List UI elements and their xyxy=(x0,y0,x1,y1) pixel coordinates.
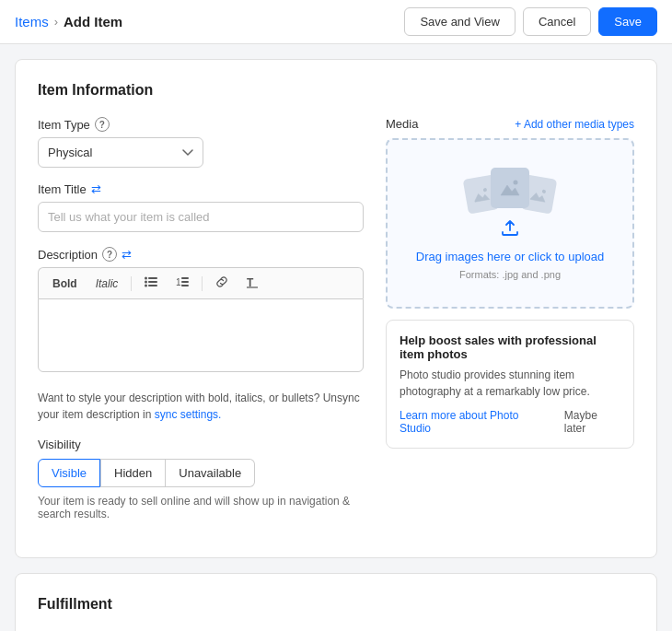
photo-studio-maybe-later[interactable]: Maybe later xyxy=(564,409,620,435)
item-info-left: Item Type ? Physical Digital Service xyxy=(38,117,364,535)
photo-studio-card: Help boost sales with professional item … xyxy=(386,320,634,449)
media-stack-imgs xyxy=(465,168,555,208)
stack-img-front xyxy=(491,168,529,208)
item-title-label: Item Title ⇄ xyxy=(38,182,364,196)
svg-rect-1 xyxy=(148,277,157,279)
fulfillment-title: Fulfillment xyxy=(38,596,634,613)
media-label: Media xyxy=(386,117,418,131)
toolbar-bold-btn[interactable]: Bold xyxy=(44,274,86,294)
breadcrumb-current: Add Item xyxy=(64,14,122,29)
photo-studio-title: Help boost sales with professional item … xyxy=(400,333,620,361)
item-information-card: Item Information Item Type ? Physical Di… xyxy=(15,59,657,558)
svg-point-2 xyxy=(145,281,147,284)
item-information-title: Item Information xyxy=(38,82,634,99)
photo-studio-actions: Learn more about Photo Studio Maybe late… xyxy=(400,409,620,435)
fulfillment-card: Fulfillment How will your shoppers be re… xyxy=(15,573,657,631)
save-and-view-button[interactable]: Save and View xyxy=(404,7,516,36)
svg-rect-5 xyxy=(148,285,157,286)
sync-settings-link[interactable]: sync settings. xyxy=(155,408,222,421)
visibility-visible-btn[interactable]: Visible xyxy=(38,459,100,487)
item-type-field: Item Type ? Physical Digital Service xyxy=(38,117,364,168)
toolbar-italic-btn[interactable]: Italic xyxy=(87,274,127,294)
upload-icon xyxy=(500,217,520,242)
add-media-link[interactable]: + Add other media types xyxy=(515,118,634,131)
breadcrumb-separator: › xyxy=(54,15,58,29)
media-header: Media + Add other media types xyxy=(386,117,634,131)
visibility-hidden-btn[interactable]: Hidden xyxy=(100,459,166,487)
item-title-field: Item Title ⇄ xyxy=(38,182,364,232)
toolbar-ul-btn[interactable] xyxy=(136,273,166,294)
description-textarea[interactable] xyxy=(38,298,364,372)
description-label: Description ? ⇄ xyxy=(38,247,364,262)
description-help-icon[interactable]: ? xyxy=(102,247,117,262)
visibility-hint: Your item is ready to sell online and wi… xyxy=(38,495,364,520)
visibility-btn-group: Visible Hidden Unavailable xyxy=(38,459,364,487)
item-title-input[interactable] xyxy=(38,202,364,232)
item-info-two-col: Item Type ? Physical Digital Service xyxy=(38,117,634,535)
description-field: Description ? ⇄ Bold Italic 1. xyxy=(38,247,364,375)
cancel-button[interactable]: Cancel xyxy=(523,7,591,36)
item-type-label: Item Type ? xyxy=(38,117,364,132)
description-hint: Want to style your description with bold… xyxy=(38,390,364,423)
toolbar-link-btn[interactable] xyxy=(207,272,237,295)
visibility-label: Visibility xyxy=(38,438,364,451)
svg-point-13 xyxy=(514,180,518,184)
svg-text:T: T xyxy=(247,276,254,288)
top-bar: Items › Add Item Save and View Cancel Sa… xyxy=(0,0,672,44)
upload-formats: Formats: .jpg and .png xyxy=(459,269,561,280)
top-actions: Save and View Cancel Save xyxy=(404,7,657,36)
photo-studio-learn-more[interactable]: Learn more about Photo Studio xyxy=(400,409,550,435)
description-toolbar: Bold Italic 1. xyxy=(38,267,364,298)
svg-rect-8 xyxy=(181,281,189,283)
svg-rect-7 xyxy=(181,277,189,279)
breadcrumb-items-link[interactable]: Items xyxy=(15,14,49,29)
description-sync-icon[interactable]: ⇄ xyxy=(122,248,132,262)
item-title-sync-icon[interactable]: ⇄ xyxy=(91,182,101,196)
visibility-unavailable-btn[interactable]: Unavailable xyxy=(166,459,255,487)
save-button[interactable]: Save xyxy=(598,7,657,36)
toolbar-ol-btn[interactable]: 1. xyxy=(168,273,197,294)
item-info-right: Media + Add other media types xyxy=(386,117,634,535)
svg-rect-9 xyxy=(181,285,189,286)
toolbar-clear-btn[interactable]: T xyxy=(238,272,266,295)
svg-point-4 xyxy=(145,285,147,287)
item-type-select[interactable]: Physical Digital Service xyxy=(38,137,203,168)
svg-point-0 xyxy=(145,277,147,280)
svg-point-12 xyxy=(483,187,488,192)
visibility-field: Visibility Visible Hidden Unavailable Yo… xyxy=(38,438,364,520)
media-dropzone[interactable]: Drag images here or click to upload Form… xyxy=(386,138,634,309)
item-type-help-icon[interactable]: ? xyxy=(95,117,110,132)
breadcrumb: Items › Add Item xyxy=(15,14,122,29)
toolbar-sep-2 xyxy=(202,276,203,291)
upload-text: Drag images here or click to upload xyxy=(416,250,605,263)
svg-point-14 xyxy=(542,189,547,193)
item-type-select-wrapper: Physical Digital Service xyxy=(38,137,203,168)
toolbar-sep-1 xyxy=(131,276,132,291)
photo-studio-desc: Photo studio provides stunning item phot… xyxy=(400,367,620,400)
svg-rect-3 xyxy=(148,281,157,283)
main-content: Item Information Item Type ? Physical Di… xyxy=(0,44,672,631)
